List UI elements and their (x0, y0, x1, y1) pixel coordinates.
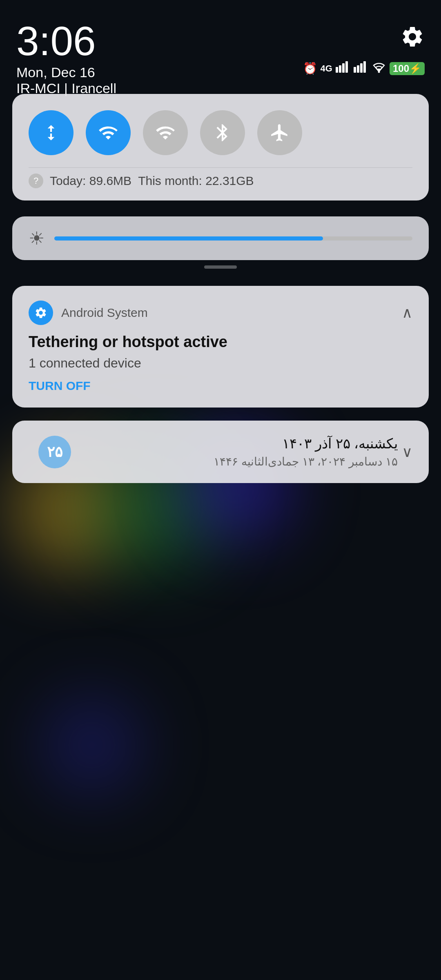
svg-rect-1 (339, 65, 341, 73)
mobile-data-toggle[interactable] (29, 110, 74, 155)
svg-rect-5 (357, 65, 359, 73)
data-month: This month: 22.31GB (138, 174, 254, 188)
cal-notif-texts: یکشنبه، ۲۵ آذر ۱۴۰۳ ۱۵ دسامبر ۲۰۲۴، ۱۳ ج… (71, 435, 398, 468)
svg-rect-7 (363, 61, 366, 73)
brightness-panel: ☀ (12, 216, 429, 260)
notif-body: 1 connected device (29, 356, 412, 371)
calendar-badge: ۲۵ (38, 436, 71, 468)
svg-rect-2 (342, 63, 345, 73)
calendar-notification: ۲۵ یکشنبه، ۲۵ آذر ۱۴۰۳ ۱۵ دسامبر ۲۰۲۴، ۱… (12, 421, 429, 483)
bg-decoration-4 (41, 694, 143, 796)
wifi-hotspot-toggle[interactable] (86, 110, 131, 155)
notif-title: Tethering or hotspot active (29, 333, 412, 351)
svg-rect-0 (336, 67, 338, 73)
network-type-icon: 4G (321, 63, 332, 74)
cal-expand-chevron[interactable]: ∨ (402, 443, 412, 461)
airplane-mode-toggle[interactable] (257, 110, 302, 155)
notif-expand-chevron[interactable]: ∧ (402, 304, 412, 321)
cal-persian-date: یکشنبه، ۲۵ آذر ۱۴۰۳ (71, 435, 398, 452)
cal-notif-header: ۲۵ یکشنبه، ۲۵ آذر ۱۴۰۳ ۱۵ دسامبر ۲۰۲۴، ۱… (29, 435, 412, 468)
svg-rect-6 (360, 63, 363, 73)
quick-settings-panel: ? Today: 89.6MB This month: 22.31GB (12, 94, 429, 200)
wifi-icon (372, 62, 386, 76)
notif-header: Android System ∧ (29, 301, 412, 325)
brightness-fill (54, 236, 323, 241)
data-usage-icon: ? (29, 174, 43, 188)
svg-rect-3 (345, 61, 348, 73)
charging-icon: ⚡ (409, 63, 421, 74)
status-icons: ⏰ 4G 100 ⚡ (303, 61, 425, 76)
brightness-icon: ☀ (29, 228, 45, 249)
battery-indicator: 100 ⚡ (390, 62, 425, 75)
svg-point-8 (378, 71, 380, 73)
settings-button[interactable] (400, 24, 425, 51)
toggle-buttons-row (29, 110, 412, 155)
svg-rect-4 (354, 67, 356, 73)
divider (29, 167, 412, 168)
brightness-track[interactable] (54, 236, 412, 241)
notif-app-name: Android System (61, 306, 148, 320)
wifi-toggle[interactable] (143, 110, 188, 155)
data-today: Today: 89.6MB (50, 174, 131, 188)
bluetooth-toggle[interactable] (200, 110, 245, 155)
drag-handle[interactable] (204, 265, 237, 269)
alarm-icon: ⏰ (303, 62, 317, 75)
signal-icon-2 (354, 61, 368, 76)
cal-gregorian-hijri-date: ۱۵ دسامبر ۲۰۲۴، ۱۳ جمادی‌الثانیه ۱۴۴۶ (71, 455, 398, 468)
android-system-icon (29, 301, 53, 325)
turn-off-button[interactable]: TURN OFF (29, 379, 412, 393)
clock: 3:06 (16, 20, 96, 61)
signal-icon-1 (336, 61, 350, 76)
notif-header-left: Android System (29, 301, 148, 325)
data-usage-row: ? Today: 89.6MB This month: 22.31GB (29, 174, 412, 188)
tethering-notification: Android System ∧ Tethering or hotspot ac… (12, 286, 429, 408)
